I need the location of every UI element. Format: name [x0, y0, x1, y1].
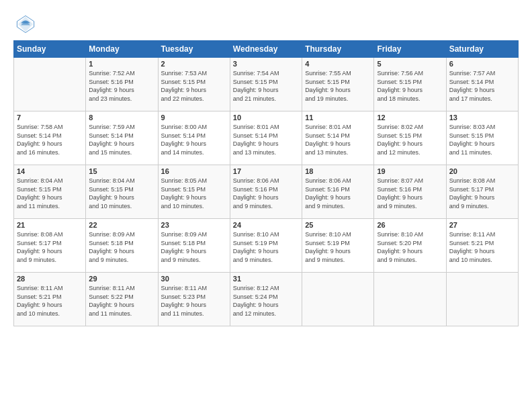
day-info-line: and 9 minutes.	[233, 257, 273, 263]
day-info-line: Sunrise: 8:11 AM	[449, 231, 496, 238]
week-row-2: 7Sunrise: 7:58 AMSunset: 5:14 PMDaylight…	[14, 111, 519, 165]
day-info-line: Daylight: 9 hours	[89, 248, 134, 255]
day-info-line: Sunrise: 8:06 AM	[305, 177, 351, 184]
day-info-line: Sunset: 5:22 PM	[89, 293, 134, 300]
day-info-line: Sunset: 5:14 PM	[161, 132, 206, 139]
day-info-line: Sunset: 5:15 PM	[305, 79, 350, 85]
day-info: Sunrise: 8:11 AMSunset: 5:21 PMDaylight:…	[449, 230, 515, 264]
day-number: 18	[305, 167, 371, 175]
day-info-line: and 11 minutes.	[17, 203, 60, 210]
day-info: Sunrise: 7:54 AMSunset: 5:15 PMDaylight:…	[233, 69, 299, 103]
day-info-line: and 9 minutes.	[17, 257, 56, 263]
day-number: 12	[377, 113, 443, 122]
day-info-line: Sunset: 5:16 PM	[233, 186, 278, 193]
day-cell: 1Sunrise: 7:52 AMSunset: 5:16 PMDaylight…	[86, 58, 158, 111]
day-number: 7	[17, 113, 83, 122]
day-info-line: Daylight: 9 hours	[449, 140, 495, 147]
day-cell: 13Sunrise: 8:03 AMSunset: 5:15 PMDayligh…	[446, 111, 518, 165]
day-info-line: Daylight: 9 hours	[305, 194, 351, 201]
day-cell: 25Sunrise: 8:10 AMSunset: 5:19 PMDayligh…	[302, 219, 374, 273]
day-info-line: Sunset: 5:14 PM	[17, 132, 62, 139]
day-info-line: Daylight: 9 hours	[89, 194, 134, 201]
day-info: Sunrise: 8:00 AMSunset: 5:14 PMDaylight:…	[161, 123, 227, 156]
day-cell: 6Sunrise: 7:57 AMSunset: 5:14 PMDaylight…	[446, 58, 518, 111]
day-cell: 22Sunrise: 8:09 AMSunset: 5:18 PMDayligh…	[86, 219, 158, 273]
day-info-line: Sunrise: 8:09 AM	[161, 231, 208, 238]
day-info-line: Sunset: 5:19 PM	[233, 240, 278, 246]
day-info-line: Sunset: 5:16 PM	[305, 186, 350, 193]
day-info-line: Daylight: 9 hours	[377, 140, 423, 147]
day-info-line: Sunset: 5:19 PM	[305, 240, 350, 246]
day-info-line: Sunrise: 8:04 AM	[89, 177, 135, 184]
day-info-line: Daylight: 9 hours	[305, 87, 351, 93]
day-info: Sunrise: 7:58 AMSunset: 5:14 PMDaylight:…	[17, 123, 83, 156]
day-number: 1	[89, 60, 154, 68]
day-cell: 3Sunrise: 7:54 AMSunset: 5:15 PMDaylight…	[230, 58, 302, 111]
day-info: Sunrise: 7:56 AMSunset: 5:15 PMDaylight:…	[377, 69, 443, 103]
day-info: Sunrise: 8:06 AMSunset: 5:16 PMDaylight:…	[305, 177, 371, 210]
day-number: 29	[89, 275, 154, 283]
day-cell: 28Sunrise: 8:11 AMSunset: 5:21 PMDayligh…	[14, 273, 86, 326]
day-info: Sunrise: 8:08 AMSunset: 5:17 PMDaylight:…	[17, 230, 83, 264]
day-info-line: Sunset: 5:20 PM	[377, 240, 422, 246]
logo	[13, 15, 35, 34]
day-info-line: Sunset: 5:15 PM	[161, 186, 206, 193]
day-info-line: Sunrise: 8:11 AM	[89, 285, 135, 291]
day-cell	[14, 58, 86, 111]
day-info: Sunrise: 7:53 AMSunset: 5:15 PMDaylight:…	[161, 69, 227, 103]
day-info-line: Sunset: 5:21 PM	[17, 293, 62, 300]
day-info-line: Daylight: 9 hours	[17, 194, 62, 201]
day-info-line: Daylight: 9 hours	[377, 87, 423, 93]
calendar-header-row: SundayMondayTuesdayWednesdayThursdayFrid…	[14, 41, 519, 58]
day-cell: 21Sunrise: 8:08 AMSunset: 5:17 PMDayligh…	[14, 219, 86, 273]
day-info-line: and 13 minutes.	[305, 149, 348, 156]
day-info-line: and 9 minutes.	[89, 257, 128, 263]
day-number: 13	[449, 113, 515, 122]
day-info-line: Daylight: 9 hours	[233, 87, 279, 93]
header	[13, 12, 519, 34]
day-info-line: Sunset: 5:16 PM	[89, 79, 134, 85]
day-info-line: and 9 minutes.	[161, 257, 201, 263]
day-info-line: Sunrise: 8:10 AM	[233, 231, 279, 238]
day-info-line: Sunset: 5:17 PM	[449, 186, 494, 193]
day-info: Sunrise: 8:08 AMSunset: 5:17 PMDaylight:…	[449, 177, 515, 210]
day-cell: 26Sunrise: 8:10 AMSunset: 5:20 PMDayligh…	[374, 219, 446, 273]
day-info-line: Sunrise: 8:10 AM	[377, 231, 423, 238]
day-info-line: Daylight: 9 hours	[233, 194, 279, 201]
day-info-line: and 15 minutes.	[89, 149, 132, 156]
day-info-line: and 9 minutes.	[233, 203, 273, 210]
day-number: 15	[89, 167, 154, 175]
day-number: 22	[89, 221, 154, 229]
day-info-line: Sunrise: 8:11 AM	[161, 285, 208, 291]
day-number: 23	[161, 221, 227, 229]
day-info-line: and 9 minutes.	[449, 203, 489, 210]
day-info-line: and 16 minutes.	[17, 149, 60, 156]
day-info-line: and 11 minutes.	[161, 310, 204, 317]
day-info-line: Sunset: 5:15 PM	[377, 132, 422, 139]
day-number: 5	[377, 60, 443, 68]
day-info-line: and 21 minutes.	[233, 95, 276, 102]
day-number: 25	[305, 221, 371, 229]
day-info-line: Sunrise: 8:04 AM	[17, 177, 63, 184]
day-cell: 10Sunrise: 8:01 AMSunset: 5:14 PMDayligh…	[230, 111, 302, 165]
day-info-line: and 22 minutes.	[161, 95, 204, 102]
day-info-line: and 14 minutes.	[161, 149, 204, 156]
day-info-line: Daylight: 9 hours	[161, 302, 207, 308]
day-info-line: Sunrise: 8:06 AM	[233, 177, 279, 184]
day-info-line: and 18 minutes.	[377, 95, 420, 102]
week-row-1: 1Sunrise: 7:52 AMSunset: 5:16 PMDaylight…	[14, 58, 519, 111]
day-number: 19	[377, 167, 443, 175]
day-info-line: and 11 minutes.	[449, 149, 492, 156]
day-info-line: Sunset: 5:24 PM	[233, 293, 278, 300]
day-number: 27	[449, 221, 515, 229]
day-info-line: Sunset: 5:18 PM	[89, 240, 134, 246]
day-info-line: and 9 minutes.	[377, 257, 416, 263]
day-info: Sunrise: 8:12 AMSunset: 5:24 PMDaylight:…	[233, 284, 299, 318]
day-number: 4	[305, 60, 371, 68]
day-info: Sunrise: 7:59 AMSunset: 5:14 PMDaylight:…	[89, 123, 154, 156]
day-info-line: Sunset: 5:16 PM	[377, 186, 422, 193]
day-info-line: Sunrise: 8:10 AM	[305, 231, 351, 238]
day-info-line: Daylight: 9 hours	[161, 194, 207, 201]
day-info-line: and 10 minutes.	[449, 257, 492, 263]
day-cell: 19Sunrise: 8:07 AMSunset: 5:16 PMDayligh…	[374, 165, 446, 219]
